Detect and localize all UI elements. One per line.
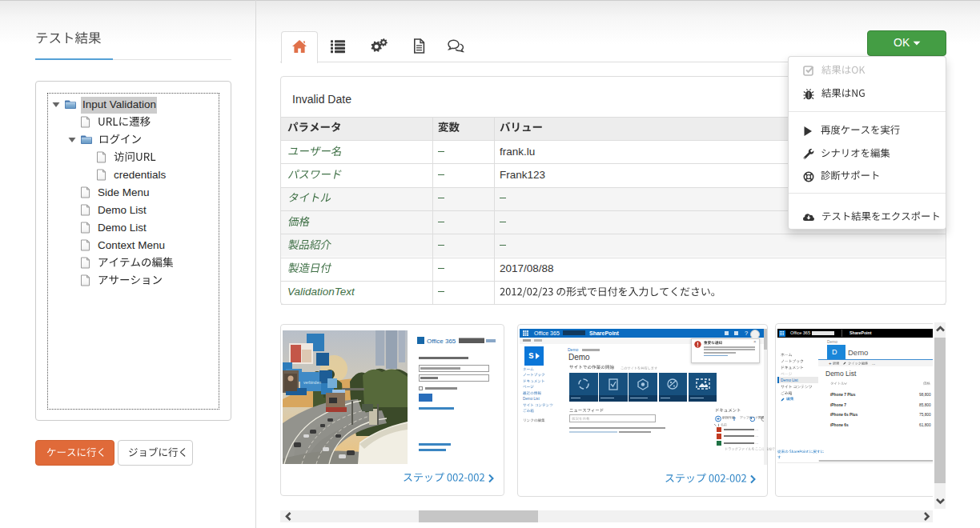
svg-text:verbinden: verbinden <box>303 380 321 385</box>
svg-text:Office 365: Office 365 <box>427 338 456 345</box>
